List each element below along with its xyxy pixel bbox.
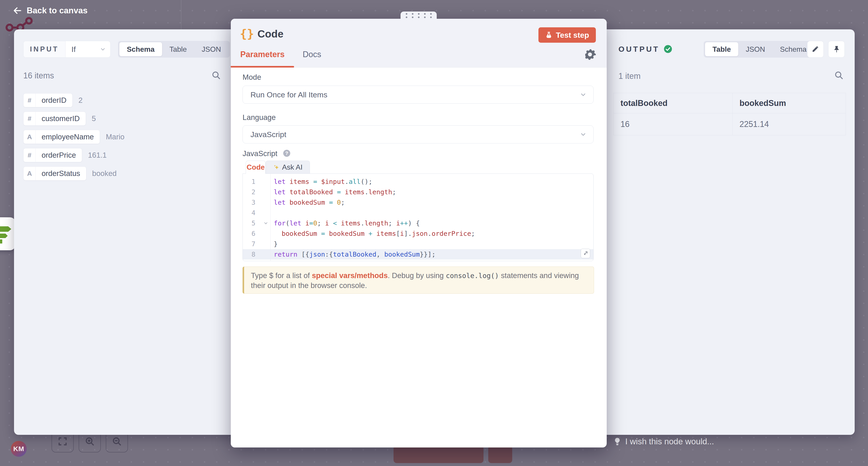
modal-header: {} Code Test step Parameters Docs bbox=[231, 19, 607, 68]
schema-field-pill[interactable]: #customerID bbox=[23, 111, 86, 126]
editor-tab-ask-ai[interactable]: Ask AI bbox=[266, 161, 310, 174]
code-node-modal: {} Code Test step Parameters Docs Mode R… bbox=[231, 19, 607, 447]
language-select[interactable]: JavaScript bbox=[243, 125, 594, 143]
node-feedback-label: I wish this node would... bbox=[625, 437, 714, 446]
code-line: let bookedSum = 0; bbox=[274, 197, 591, 208]
expand-icon bbox=[583, 251, 588, 256]
output-table-header: totalBookedbookedSum bbox=[614, 93, 846, 113]
zoom-in-icon bbox=[85, 436, 95, 446]
output-tab-json[interactable]: JSON bbox=[738, 42, 772, 56]
output-table-row[interactable]: 162251.14 bbox=[614, 113, 846, 135]
node-feedback-button[interactable]: I wish this node would... bbox=[613, 437, 714, 446]
tab-parameters[interactable]: Parameters bbox=[240, 48, 285, 61]
output-column-header[interactable]: totalBooked bbox=[614, 93, 733, 113]
code-editor-lines[interactable]: let items = $input.all();let totalBooked… bbox=[274, 176, 591, 260]
schema-field-pill[interactable]: #orderPrice bbox=[23, 148, 82, 162]
input-tab-schema[interactable]: Schema bbox=[119, 42, 162, 56]
code-line: let totalBooked = items.length; bbox=[274, 187, 591, 197]
modal-drag-handle[interactable] bbox=[401, 11, 437, 20]
field-name: orderID bbox=[36, 96, 72, 105]
tab-docs[interactable]: Docs bbox=[303, 48, 321, 61]
back-to-canvas-label: Back to canvas bbox=[27, 6, 88, 15]
field-value: booked bbox=[92, 169, 117, 178]
zoom-out-icon bbox=[112, 436, 122, 446]
line-number: 6 bbox=[243, 228, 270, 239]
fold-chevron-icon[interactable] bbox=[263, 221, 269, 226]
output-search-icon[interactable] bbox=[834, 70, 844, 80]
execute-workflow-button-dimmed bbox=[394, 445, 484, 463]
input-tab-table[interactable]: Table bbox=[162, 42, 194, 56]
gear-icon[interactable] bbox=[584, 48, 596, 61]
output-table: totalBookedbookedSum 162251.14 bbox=[614, 93, 846, 135]
output-view-tabs: Table JSON Schema bbox=[704, 41, 815, 58]
input-panel-label: INPUT bbox=[24, 41, 66, 57]
field-name: orderPrice bbox=[36, 151, 82, 160]
input-items-count: 16 items bbox=[23, 71, 54, 80]
mode-label: Mode bbox=[243, 73, 261, 81]
special-vars-link[interactable]: special vars/methods bbox=[312, 271, 388, 280]
chevron-down-icon bbox=[579, 91, 587, 98]
active-tab-underline bbox=[231, 66, 294, 68]
code-node-icon: {} bbox=[240, 27, 254, 40]
pin-data-button[interactable] bbox=[828, 41, 845, 58]
avatar-initials: KM bbox=[13, 445, 24, 453]
editor-hint: Type $ for a list of special vars/method… bbox=[243, 267, 594, 294]
field-type-icon: A bbox=[24, 167, 36, 180]
input-source-select[interactable]: INPUT If bbox=[23, 41, 111, 58]
editor-tab-code[interactable]: Code bbox=[246, 161, 266, 174]
schema-row[interactable]: #customerID5 bbox=[23, 111, 96, 126]
input-tab-json[interactable]: JSON bbox=[194, 42, 228, 56]
code-line: return [{json:{totalBooked, bookedSum}}]… bbox=[274, 249, 591, 260]
field-name: customerID bbox=[36, 114, 86, 123]
field-value: 2 bbox=[79, 96, 83, 105]
schema-row[interactable]: AorderStatusbooked bbox=[23, 166, 117, 180]
schema-row[interactable]: AemployeeNameMario bbox=[23, 130, 125, 144]
expand-editor-button[interactable] bbox=[581, 249, 590, 258]
output-panel-label: OUTPUT bbox=[618, 45, 659, 54]
n8n-node-detail-view: { "canvas": { "back_label": "Back to can… bbox=[0, 0, 868, 466]
field-type-icon: # bbox=[24, 112, 36, 125]
schema-row[interactable]: #orderID2 bbox=[23, 93, 83, 107]
test-step-label: Test step bbox=[556, 31, 589, 39]
pencil-icon bbox=[811, 45, 819, 53]
canvas-sticky-edge bbox=[181, 0, 182, 30]
field-type-icon: # bbox=[24, 94, 36, 107]
output-tab-table[interactable]: Table bbox=[705, 42, 738, 56]
schema-field-pill[interactable]: AemployeeName bbox=[23, 130, 100, 144]
test-step-button[interactable]: Test step bbox=[538, 27, 596, 43]
line-number: 2 bbox=[243, 187, 270, 197]
arrow-left-icon bbox=[13, 6, 22, 15]
input-view-tabs: Schema Table JSON bbox=[118, 41, 230, 58]
canvas-action-button-dimmed bbox=[488, 445, 512, 463]
node-title[interactable]: Code bbox=[257, 28, 283, 40]
code-line: for(let i=0; i < items.length; i++) { bbox=[274, 218, 591, 228]
line-number: 1 bbox=[243, 176, 270, 187]
pin-icon bbox=[833, 45, 841, 53]
if-node-peek[interactable] bbox=[0, 217, 16, 250]
output-table-cell[interactable]: 16 bbox=[614, 113, 733, 135]
edit-output-button[interactable] bbox=[807, 41, 824, 58]
schema-field-pill[interactable]: #orderID bbox=[23, 93, 72, 107]
field-name: employeeName bbox=[36, 133, 100, 141]
mode-value: Run Once for All Items bbox=[250, 90, 327, 99]
code-editor[interactable]: 12345678 let items = $input.all();let to… bbox=[243, 173, 594, 261]
help-icon[interactable] bbox=[283, 150, 290, 157]
editor-label: JavaScript bbox=[243, 149, 277, 158]
field-value: Mario bbox=[106, 133, 125, 141]
code-line bbox=[274, 208, 591, 218]
code-line: bookedSum = bookedSum + items[i].json.or… bbox=[274, 228, 591, 239]
schema-row[interactable]: #orderPrice161.1 bbox=[23, 148, 107, 162]
output-panel-header: OUTPUT bbox=[618, 44, 673, 54]
mode-select[interactable]: Run Once for All Items bbox=[243, 86, 594, 104]
chevron-down-icon bbox=[579, 131, 587, 138]
line-numbers-gutter: 12345678 bbox=[243, 176, 270, 260]
back-to-canvas-button[interactable]: Back to canvas bbox=[13, 6, 88, 15]
zoom-to-fit-icon bbox=[57, 436, 68, 446]
schema-field-pill[interactable]: AorderStatus bbox=[23, 166, 86, 180]
language-label: Language bbox=[243, 113, 276, 122]
output-column-header[interactable]: bookedSum bbox=[733, 93, 846, 113]
user-avatar[interactable]: KM bbox=[11, 441, 27, 457]
output-table-cell[interactable]: 2251.14 bbox=[733, 113, 846, 135]
gutter-divider bbox=[270, 174, 271, 261]
input-search-icon[interactable] bbox=[211, 70, 221, 80]
